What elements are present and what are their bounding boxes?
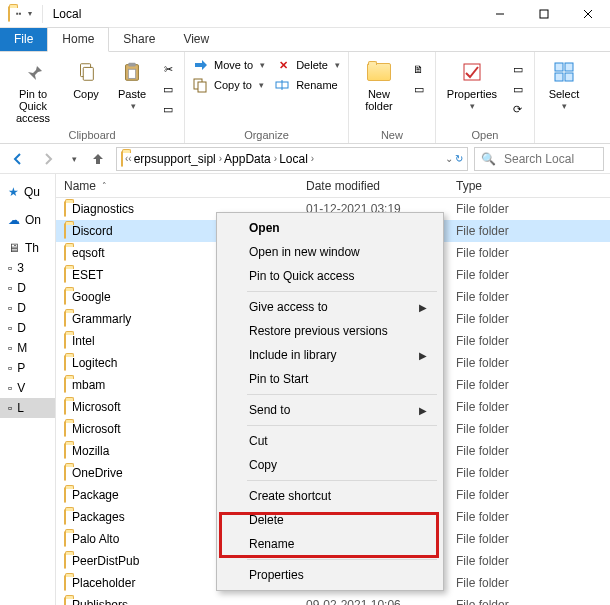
ctx-pin-start[interactable]: Pin to Start [219, 367, 441, 391]
tree-quick-access[interactable]: ★Qu [0, 182, 55, 202]
chevron-right-icon[interactable]: › [219, 153, 222, 164]
paste-shortcut-small-button[interactable]: ▭ [158, 100, 178, 118]
nav-up-button[interactable] [86, 147, 110, 171]
crumb-1[interactable]: erpsupport_sipl [134, 152, 216, 166]
copy-button[interactable]: Copy [66, 56, 106, 100]
file-type: File folder [456, 510, 610, 524]
maximize-button[interactable] [522, 0, 566, 28]
new-item-button[interactable]: 🗎 [409, 60, 429, 78]
select-button[interactable]: Select ▾ [541, 56, 587, 112]
tree-item[interactable]: ▫V [0, 378, 55, 398]
folder-icon [8, 7, 10, 21]
tab-share[interactable]: Share [109, 28, 169, 51]
drive-icon: ▫ [8, 401, 12, 415]
nav-tree[interactable]: ★Qu ☁On 🖥Th ▫3 ▫D ▫D ▫D ▫M ▫P ▫V ▫L [0, 174, 56, 605]
copyto-label: Copy to [214, 79, 252, 91]
copyto-icon [193, 77, 209, 93]
tree-this-pc[interactable]: 🖥Th [0, 238, 55, 258]
ctx-cut[interactable]: Cut [219, 429, 441, 453]
nav-back-button[interactable] [6, 147, 30, 171]
move-to-button[interactable]: Move to▾ [191, 56, 267, 74]
ctx-properties[interactable]: Properties [219, 563, 441, 587]
properties-icon [458, 58, 486, 86]
refresh-icon[interactable]: ↻ [455, 153, 463, 164]
ctx-pin-quick[interactable]: Pin to Quick access [219, 264, 441, 288]
cut-small-button[interactable]: ✂ [158, 60, 178, 78]
tree-item[interactable]: ▫D [0, 298, 55, 318]
col-name[interactable]: Name˄ [56, 179, 306, 193]
ctx-give-access[interactable]: Give access to▶ [219, 295, 441, 319]
folder-icon [64, 378, 66, 392]
history-small-button[interactable]: ⟳ [508, 100, 528, 118]
ctx-include-library[interactable]: Include in library▶ [219, 343, 441, 367]
tree-item[interactable]: ▫L [0, 398, 55, 418]
ctx-restore[interactable]: Restore previous versions [219, 319, 441, 343]
ctx-delete[interactable]: Delete [219, 508, 441, 532]
tree-item[interactable]: ▫M [0, 338, 55, 358]
col-type[interactable]: Type [456, 179, 610, 193]
tree-item[interactable]: ▫3 [0, 258, 55, 278]
select-label: Select [549, 88, 580, 100]
crumb-2[interactable]: AppData [224, 152, 271, 166]
qat-caret-icon[interactable]: ▾ [28, 9, 32, 18]
ctx-open-new-window[interactable]: Open in new window [219, 240, 441, 264]
edit-icon: ▭ [510, 81, 526, 97]
select-icon [550, 58, 578, 86]
file-type: File folder [456, 422, 610, 436]
chevron-right-icon[interactable]: › [274, 153, 277, 164]
tree-item[interactable]: ▫D [0, 278, 55, 298]
new-folder-button[interactable]: New folder [355, 56, 403, 112]
tab-home[interactable]: Home [47, 27, 109, 52]
minimize-button[interactable] [478, 0, 522, 28]
folder-icon [64, 400, 66, 414]
nav-recent-button[interactable]: ▾ [66, 147, 80, 171]
close-button[interactable] [566, 0, 610, 28]
pc-icon: 🖥 [8, 241, 20, 255]
nav-forward-button[interactable] [36, 147, 60, 171]
tab-view[interactable]: View [169, 28, 223, 51]
tab-file[interactable]: File [0, 28, 47, 51]
ctx-send-to[interactable]: Send to▶ [219, 398, 441, 422]
easy-access-button[interactable]: ▭ [409, 80, 429, 98]
file-type: File folder [456, 246, 610, 260]
delete-button[interactable]: ✕ Delete▾ [273, 56, 342, 74]
chevron-left-icon[interactable]: ‹‹ [125, 153, 132, 164]
col-date[interactable]: Date modified [306, 179, 456, 193]
copy-path-small-button[interactable]: ▭ [158, 80, 178, 98]
column-headers[interactable]: Name˄ Date modified Type [56, 174, 610, 198]
file-type: File folder [456, 444, 610, 458]
dropdown-icon[interactable]: ⌄ [445, 153, 453, 164]
tree-onedrive[interactable]: ☁On [0, 210, 55, 230]
pin-label: Pin to Quick access [6, 88, 60, 124]
folder-icon [64, 202, 66, 216]
file-name: Intel [72, 334, 95, 348]
paste-button[interactable]: Paste ▾ [112, 56, 152, 112]
address-bar-row: ▾ ‹‹ erpsupport_sipl› AppData› Local› ⌄ … [0, 144, 610, 174]
ctx-copy[interactable]: Copy [219, 453, 441, 477]
tree-item[interactable]: ▫D [0, 318, 55, 338]
properties-button[interactable]: Properties ▾ [442, 56, 502, 112]
tree-item[interactable]: ▫P [0, 358, 55, 378]
music-icon: ▫ [8, 341, 12, 355]
file-date: 09-02-2021 10:06 [306, 598, 456, 605]
folder-icon [64, 290, 66, 304]
ctx-open[interactable]: Open [219, 216, 441, 240]
ctx-create-shortcut[interactable]: Create shortcut [219, 484, 441, 508]
breadcrumb[interactable]: ‹‹ erpsupport_sipl› AppData› Local› ⌄ ↻ [116, 147, 468, 171]
table-row[interactable]: Publishers09-02-2021 10:06File folder [56, 594, 610, 605]
ctx-rename[interactable]: Rename [219, 532, 441, 556]
open-small-button[interactable]: ▭ [508, 60, 528, 78]
search-input[interactable] [502, 151, 597, 167]
file-name: Google [72, 290, 111, 304]
crumb-3[interactable]: Local [279, 152, 308, 166]
overflow-icon[interactable]: ▪▪ [16, 9, 22, 18]
chevron-right-icon[interactable]: › [311, 153, 314, 164]
pin-to-quick-access-button[interactable]: Pin to Quick access [6, 56, 60, 124]
ribbon: Pin to Quick access Copy Paste ▾ ✂ ▭ ▭ C… [0, 52, 610, 144]
copy-to-button[interactable]: Copy to▾ [191, 76, 267, 94]
search-box[interactable]: 🔍 [474, 147, 604, 171]
chevron-right-icon: ▶ [419, 350, 427, 361]
rename-button[interactable]: Rename [273, 76, 342, 94]
edit-small-button[interactable]: ▭ [508, 80, 528, 98]
group-new-label: New [349, 129, 435, 143]
